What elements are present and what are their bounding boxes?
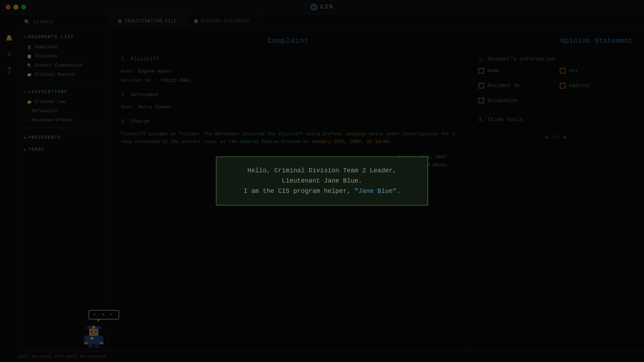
modal-text-line1: Hello, Criminal Division Team 2 Leader, … [228,166,416,186]
modal-overlay[interactable]: Hello, Criminal Division Team 2 Leader, … [0,0,644,362]
modal-text-line2: I am the CIS program helper, "Jane Blue"… [228,186,416,196]
modal-box: Hello, Criminal Division Team 2 Leader, … [216,156,428,205]
jane-blue-highlight: Jane Blue [358,188,393,195]
